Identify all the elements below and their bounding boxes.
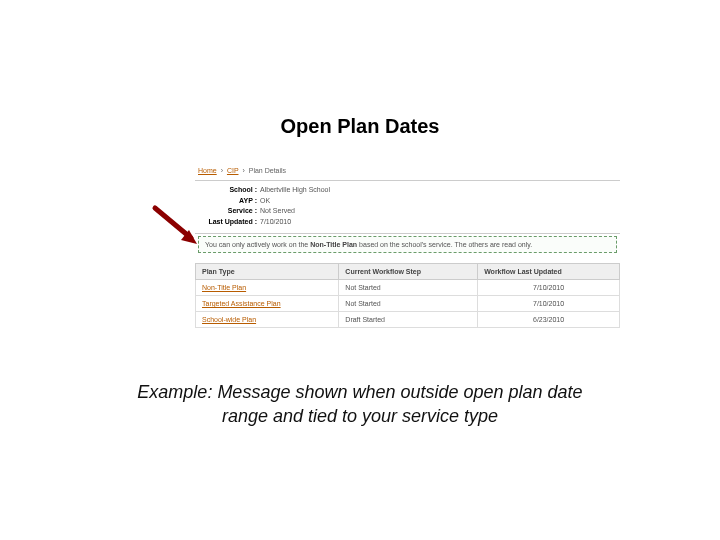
breadcrumb: Home › CIP › Plan Details xyxy=(195,165,620,180)
divider xyxy=(195,233,620,234)
breadcrumb-sep: › xyxy=(242,167,244,174)
plan-link[interactable]: Targeted Assistance Plan xyxy=(202,300,281,307)
workflow-step: Not Started xyxy=(339,280,478,296)
school-label: School : xyxy=(198,185,260,196)
table-row: School-wide Plan Draft Started 6/23/2010 xyxy=(196,312,620,328)
workflow-updated: 7/10/2010 xyxy=(478,280,620,296)
breadcrumb-sep: › xyxy=(221,167,223,174)
app-screenshot: Home › CIP › Plan Details School : Alber… xyxy=(195,165,620,328)
updated-label: Last Updated : xyxy=(198,217,260,228)
school-value: Albertville High School xyxy=(260,185,330,196)
svg-line-0 xyxy=(155,208,191,238)
table-row: Non-Title Plan Not Started 7/10/2010 xyxy=(196,280,620,296)
plan-details: School : Albertville High School AYP : O… xyxy=(195,181,620,233)
service-notice: You can only actively work on the Non-Ti… xyxy=(198,236,617,253)
annotation-arrow-icon xyxy=(151,204,201,248)
updated-value: 7/10/2010 xyxy=(260,217,291,228)
slide-title: Open Plan Dates xyxy=(0,115,720,138)
col-plan-type: Plan Type xyxy=(196,264,339,280)
notice-pre: You can only actively work on the xyxy=(205,241,310,248)
plans-table: Plan Type Current Workflow Step Workflow… xyxy=(195,263,620,328)
plan-link[interactable]: School-wide Plan xyxy=(202,316,256,323)
breadcrumb-home-link[interactable]: Home xyxy=(198,167,217,174)
service-label: Service : xyxy=(198,206,260,217)
service-value: Not Served xyxy=(260,206,295,217)
workflow-updated: 7/10/2010 xyxy=(478,296,620,312)
ayp-label: AYP : xyxy=(198,196,260,207)
breadcrumb-current: Plan Details xyxy=(249,167,286,174)
notice-emphasis: Non-Title Plan xyxy=(310,241,357,248)
col-last-updated: Workflow Last Updated xyxy=(478,264,620,280)
workflow-step: Draft Started xyxy=(339,312,478,328)
col-workflow-step: Current Workflow Step xyxy=(339,264,478,280)
workflow-step: Not Started xyxy=(339,296,478,312)
notice-post: based on the school's service. The other… xyxy=(359,241,532,248)
workflow-updated: 6/23/2010 xyxy=(478,312,620,328)
breadcrumb-cip-link[interactable]: CIP xyxy=(227,167,239,174)
table-row: Targeted Assistance Plan Not Started 7/1… xyxy=(196,296,620,312)
plan-link[interactable]: Non-Title Plan xyxy=(202,284,246,291)
ayp-value: OK xyxy=(260,196,270,207)
slide-caption: Example: Message shown when outside open… xyxy=(0,380,720,429)
